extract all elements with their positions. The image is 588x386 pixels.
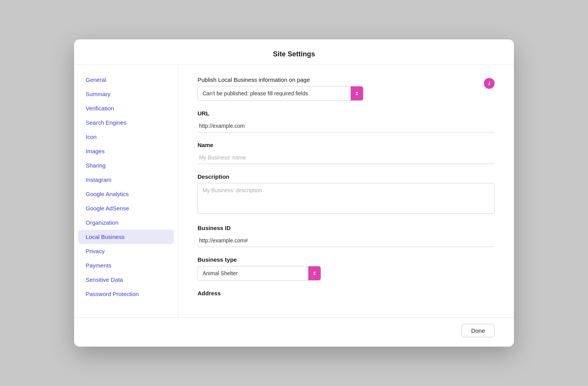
sidebar-item-sharing[interactable]: Sharing (74, 158, 178, 173)
sidebar-item-google-analytics[interactable]: Google Analytics (74, 187, 178, 201)
sidebar-item-privacy[interactable]: Privacy (74, 244, 178, 258)
sidebar-item-local-business[interactable]: Local Business (78, 230, 174, 244)
sidebar-item-verification[interactable]: Verification (74, 101, 178, 115)
name-input[interactable] (198, 151, 495, 164)
business-type-wrapper[interactable]: Animal Shelter (198, 266, 321, 281)
url-label: URL (198, 110, 495, 117)
url-section: URL (198, 110, 495, 132)
business-id-section: Business ID (198, 225, 495, 247)
done-button[interactable]: Done (461, 324, 495, 337)
modal-title: Site Settings (273, 50, 315, 58)
publish-section: Publish Local Business information on pa… (198, 76, 495, 101)
sidebar-item-payments[interactable]: Payments (74, 258, 178, 273)
business-type-label: Business type (198, 256, 495, 263)
url-input[interactable] (198, 120, 495, 132)
chevron-updown-icon (354, 91, 360, 96)
main-content: Publish Local Business information on pa… (178, 65, 514, 317)
publish-label: Publish Local Business information on pa… (198, 76, 363, 83)
sidebar-item-search-engines[interactable]: Search Engines (74, 115, 178, 130)
sidebar-item-icon[interactable]: Icon (74, 130, 178, 144)
address-section: Address (198, 290, 495, 296)
business-type-text: Animal Shelter (198, 267, 308, 279)
business-id-label: Business ID (198, 225, 495, 231)
publish-select-text: Can't be published: please fill required… (198, 87, 351, 100)
description-textarea[interactable] (198, 183, 495, 214)
business-type-button[interactable] (308, 266, 321, 280)
sidebar-item-organization[interactable]: Organization (74, 215, 178, 230)
business-type-section: Business type Animal Shelter (198, 256, 495, 281)
info-button[interactable]: i (484, 78, 495, 89)
name-label: Name (198, 142, 495, 148)
sidebar-item-password-protection[interactable]: Password Protection (74, 287, 178, 301)
name-section: Name (198, 142, 495, 164)
business-type-chevron-icon (312, 271, 317, 276)
business-id-input[interactable] (198, 234, 495, 247)
sidebar-item-sensitive-data[interactable]: Sensitive Data (74, 273, 178, 287)
address-label: Address (198, 290, 495, 296)
publish-row: Publish Local Business information on pa… (198, 76, 495, 101)
sidebar-item-instagram[interactable]: Instagram (74, 173, 178, 187)
description-label: Description (198, 173, 495, 180)
modal-body: GeneralSummaryVerificationSearch Engines… (74, 65, 514, 317)
modal-header: Site Settings (74, 39, 514, 65)
sidebar-item-images[interactable]: Images (74, 144, 178, 158)
description-section: Description (198, 173, 495, 215)
sidebar-item-summary[interactable]: Summary (74, 87, 178, 101)
sidebar-item-general[interactable]: General (74, 73, 178, 87)
publish-select-wrapper[interactable]: Can't be published: please fill required… (198, 86, 363, 101)
publish-block: Publish Local Business information on pa… (198, 76, 363, 101)
sidebar-item-google-adsense[interactable]: Google AdSense (74, 201, 178, 215)
site-settings-modal: Site Settings GeneralSummaryVerification… (74, 39, 514, 347)
sidebar: GeneralSummaryVerificationSearch Engines… (74, 65, 178, 317)
publish-select-button[interactable] (351, 86, 363, 100)
modal-footer: Done (74, 317, 514, 347)
info-icon: i (488, 80, 490, 86)
